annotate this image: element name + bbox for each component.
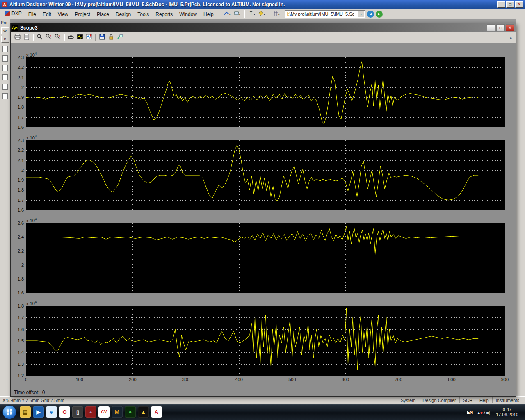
menu-window[interactable]: Window (176, 10, 200, 18)
opera-button[interactable]: O (59, 406, 70, 418)
document-icon[interactable] (2, 93, 8, 99)
document-icon[interactable] (2, 46, 8, 52)
turtle-app-button[interactable]: ● (125, 406, 136, 418)
adobe-reader-button[interactable]: A (151, 406, 162, 418)
forward-button[interactable]: ► (376, 11, 383, 18)
x-tick-label: 400 (235, 377, 242, 382)
y-tick-label: 2.2 (18, 148, 24, 153)
panel-tab-design-compiler[interactable]: Design Compiler (419, 397, 459, 403)
document-icon[interactable] (2, 65, 8, 71)
document-icon[interactable] (2, 84, 8, 90)
network-display-icon[interactable]: ▣ (486, 410, 490, 415)
panel-tab-instruments[interactable]: Instruments (492, 397, 523, 403)
toolbar-overflow-chevron[interactable]: » (508, 36, 513, 40)
zoom-x-icon: x (46, 34, 52, 42)
zoom-y-button[interactable]: y (53, 34, 62, 42)
panel-button-i[interactable]: I! (1, 36, 9, 43)
scope-restore-button[interactable]: □ (496, 24, 505, 31)
menu-reports[interactable]: Reports (152, 10, 176, 18)
panel-tab-help[interactable]: Help (476, 397, 492, 403)
toolbar-separator (269, 10, 269, 18)
cvavr-button[interactable]: CV (98, 406, 110, 418)
altium-maximize-button[interactable]: □ (506, 1, 514, 8)
signal-selection-button[interactable] (116, 34, 124, 42)
turtle-icon: ● (129, 409, 132, 415)
document-icon[interactable] (2, 55, 8, 62)
panel-tab-sch[interactable]: SCH (459, 397, 476, 403)
menu-help[interactable]: Help (200, 10, 217, 18)
play-icon: ▶ (37, 409, 41, 415)
polygon-tool-button[interactable]: ▾ (257, 10, 266, 18)
y-tick-label: 1.7 (18, 198, 24, 203)
document-icon[interactable] (2, 74, 8, 80)
scope-axes-4: 1.21.31.41.51.61.71.8 (26, 306, 505, 376)
language-indicator[interactable]: EN (465, 409, 475, 415)
menu-edit[interactable]: Edit (39, 10, 55, 18)
y-tick-label: 1.8 (18, 187, 24, 192)
menu-design[interactable]: Design (112, 10, 134, 18)
page-setup-button[interactable] (22, 34, 31, 42)
scope-toolbar: xy» (11, 32, 516, 43)
grid-tool-button[interactable]: ▾ (272, 10, 281, 18)
restore-axes-button[interactable] (84, 34, 93, 42)
y-tick-label: 2 (21, 168, 24, 173)
menu-project[interactable]: Project (72, 10, 94, 18)
adobe-icon: A (155, 409, 158, 415)
chevron-down-icon[interactable]: ▾ (358, 11, 364, 17)
autoscale-button[interactable] (66, 34, 75, 42)
floppy-save-button[interactable] (98, 34, 106, 42)
y-tick-label: 1.7 (18, 315, 24, 320)
desktop-screen: A Altium Designer Winter 09 - I:\My proj… (0, 0, 525, 420)
y-axis-tick-labels: 1.21.31.41.51.61.71.8 (11, 306, 25, 376)
address-combo[interactable]: I:\My proj\altium\IMU_5\IMU_5.Sc ▾ (285, 10, 365, 18)
y-axis-tick-labels: 1.61.71.81.922.12.22.3 (11, 57, 25, 127)
book-reader-button[interactable]: ▯ (72, 406, 83, 418)
back-button[interactable]: ◄ (367, 11, 374, 18)
taskbar: ▤▶eO▯+CVM●▲A EN ▴●♪▣ 0:47 17.06.2010 (0, 404, 525, 420)
y-tick-label: 1.7 (18, 115, 24, 120)
scope-close-button[interactable]: × (506, 24, 514, 31)
scope-titlebar[interactable]: Scope3 — □ × (11, 23, 516, 32)
menu-view[interactable]: View (55, 10, 72, 18)
scope-trace-1-canvas (26, 57, 505, 127)
y-scale-label: x 104 (26, 52, 37, 57)
matlab-icon: M (115, 409, 119, 415)
altium-titlebar: A Altium Designer Winter 09 - I:\My proj… (0, 0, 525, 9)
windows-explorer-button[interactable]: ▤ (20, 406, 31, 418)
panel-tab-system[interactable]: System (397, 397, 419, 403)
menu-tools[interactable]: Tools (134, 10, 152, 18)
place-part-tool-button[interactable]: ▾ (233, 10, 242, 18)
zoom-button[interactable] (35, 34, 44, 42)
red-utility-button[interactable]: + (85, 406, 96, 418)
save-axes-button[interactable] (75, 34, 84, 42)
wiring-tool-button[interactable]: ▾ (223, 10, 232, 18)
bottom-panel-tabs: SystemDesign CompilerSCHHelpInstruments (397, 398, 523, 403)
yellow-device-app-button[interactable]: ▲ (138, 406, 149, 418)
altium-minimize-button[interactable]: — (497, 1, 505, 8)
menu-dxp[interactable]: DXP (2, 9, 25, 18)
print-button[interactable] (13, 34, 22, 42)
media-player-button[interactable]: ▶ (33, 406, 44, 418)
altium-statusbar: X:5.9mm Y:2.6mm Grid:2.5mm SystemDesign … (0, 396, 525, 404)
menu-place[interactable]: Place (94, 10, 112, 18)
y-tick-label: 1.6 (18, 327, 24, 332)
zoom-x-button[interactable]: x (44, 34, 53, 42)
scope-minimize-button[interactable]: — (487, 24, 495, 31)
internet-explorer-button[interactable]: e (46, 406, 57, 418)
antivirus-icon[interactable]: ● (480, 410, 483, 415)
start-button[interactable] (2, 405, 16, 419)
y-scale-label: x 104 (26, 135, 37, 140)
axes-lock-button[interactable] (107, 34, 115, 42)
altium-close-button[interactable]: × (515, 1, 523, 8)
matlab-button[interactable]: M (112, 406, 123, 418)
altium-menubar: DXPFileEditViewProjectPlaceDesignToolsRe… (0, 9, 525, 19)
y-tick-label: 1.2 (18, 373, 24, 378)
panel-button-w[interactable]: W (1, 27, 9, 34)
clock[interactable]: 0:47 17.06.2010 (493, 407, 521, 418)
menu-file[interactable]: File (25, 10, 39, 18)
x-axis-tick-labels: 0100200300400500600700800900 (26, 377, 505, 382)
quick-launch-bar: ▤▶eO▯+CVM●▲A (20, 406, 162, 418)
text-tool-button[interactable]: T▾ (247, 10, 256, 18)
x-tick-label: 700 (395, 377, 402, 382)
x-tick-label: 0 (25, 377, 27, 382)
